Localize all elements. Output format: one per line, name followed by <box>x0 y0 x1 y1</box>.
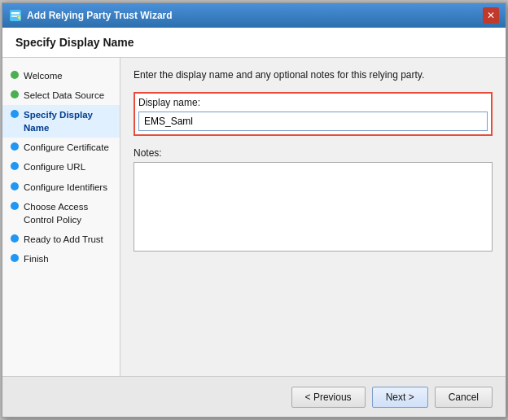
title-bar-left: Add Relying Party Trust Wizard <box>9 9 173 22</box>
step-dot-access <box>11 202 19 210</box>
step-label-ready: Ready to Add Trust <box>24 233 103 246</box>
step-welcome: Welcome <box>2 66 120 85</box>
svg-rect-3 <box>11 16 17 17</box>
step-dot-cert <box>11 142 19 151</box>
step-access-control: Choose Access Control Policy <box>2 197 120 230</box>
step-label-cert: Configure Certificate <box>24 141 109 154</box>
svg-rect-2 <box>11 15 20 15</box>
display-name-field-group: Display name: <box>138 97 488 131</box>
instruction-text: Enter the display name and any optional … <box>134 69 493 81</box>
step-select-data-source: Select Data Source <box>2 85 120 105</box>
step-dot-display <box>11 110 19 118</box>
title-text: Add Relying Party Trust Wizard <box>27 10 173 21</box>
step-dot-id <box>11 182 19 190</box>
wizard-icon <box>9 9 22 22</box>
step-label-access: Choose Access Control Policy <box>24 200 112 226</box>
previous-button[interactable]: < Previous <box>291 387 366 408</box>
notes-field-group: Notes: <box>134 144 493 252</box>
page-title: Specify Display Name <box>15 36 493 49</box>
step-configure-url: Configure URL <box>2 157 120 177</box>
spacer <box>134 260 493 365</box>
close-button[interactable]: ✕ <box>483 7 499 24</box>
step-dot-ready <box>11 234 19 243</box>
step-specify-display-name: Specify Display Name <box>2 105 120 138</box>
step-label-id: Configure Identifiers <box>24 181 107 194</box>
step-dot-select <box>11 90 19 98</box>
cancel-button[interactable]: Cancel <box>435 387 493 408</box>
step-label-display: Specify Display Name <box>24 108 112 134</box>
page-title-bar: Specify Display Name <box>2 28 506 58</box>
step-configure-cert: Configure Certificate <box>2 138 120 157</box>
display-name-box: Display name: <box>134 92 493 136</box>
step-label-select: Select Data Source <box>24 89 104 102</box>
step-dot-welcome <box>11 71 19 79</box>
footer: < Previous Next > Cancel <box>2 376 506 417</box>
step-configure-identifiers: Configure Identifiers <box>2 177 120 197</box>
next-button[interactable]: Next > <box>372 387 428 408</box>
step-dot-finish <box>11 254 19 262</box>
svg-rect-1 <box>11 12 20 14</box>
notes-label: Notes: <box>134 147 493 159</box>
display-name-input[interactable] <box>138 112 488 131</box>
step-label-finish: Finish <box>24 252 49 265</box>
step-label-welcome: Welcome <box>24 69 63 82</box>
wizard-window: Add Relying Party Trust Wizard ✕ Specify… <box>2 2 506 418</box>
step-ready: Ready to Add Trust <box>2 230 120 249</box>
step-dot-url <box>11 162 19 170</box>
title-bar: Add Relying Party Trust Wizard ✕ <box>2 3 506 28</box>
step-label-url: Configure URL <box>24 160 85 173</box>
content-area: Welcome Select Data Source Specify Displ… <box>2 58 506 376</box>
notes-textarea[interactable] <box>134 162 493 252</box>
main-panel: Enter the display name and any optional … <box>120 58 506 376</box>
step-finish: Finish <box>2 249 120 269</box>
display-name-label: Display name: <box>138 97 488 108</box>
steps-sidebar: Welcome Select Data Source Specify Displ… <box>2 58 120 376</box>
